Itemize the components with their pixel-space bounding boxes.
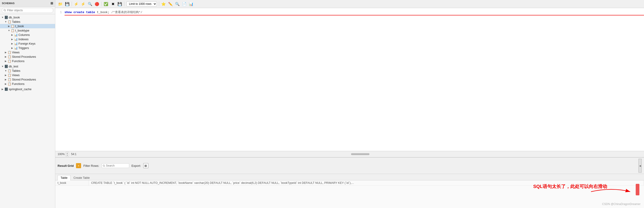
main-wrapper: 📁 💾 ⚡ ⚡ 🔍 🔴 ✅ ✖ 💾 Limit to 1000 rows ⭐ ✏… (55, 0, 644, 208)
save-sql-button[interactable]: 💾 (116, 1, 123, 7)
sidebar-item-label-foreign-keys: Foreign Keys (18, 42, 36, 45)
sidebar-item-t-booktype[interactable]: ▼ 📋 t_booktype (0, 28, 55, 33)
bookmark-button[interactable]: ⭐ (160, 1, 167, 7)
chevron-indexes: ▶ (10, 38, 14, 40)
sidebar-item-indexes[interactable]: ▶ 📊 Indexes (0, 37, 55, 41)
scroll-thumb[interactable] (351, 153, 370, 155)
sidebar-item-views-test[interactable]: ▶ 📋 Views (0, 73, 55, 77)
filter-input-wrapper (0, 7, 55, 14)
open-button[interactable]: 📁 (57, 1, 64, 7)
stored-procs-test-icon: 📋 (7, 78, 12, 81)
sidebar-item-label-t-booktype: t_booktype (15, 29, 29, 32)
separator4 (159, 1, 159, 6)
chevron-db-test: ▼ (1, 65, 4, 68)
line-content-1: show create table t_book; /*查看表的详细结构*/ (64, 10, 644, 15)
sidebar-item-db-test[interactable]: ▼ 🗄️ db_test (0, 64, 55, 69)
filter-input[interactable] (2, 8, 53, 13)
sidebar-item-stored-procs-book[interactable]: ▶ 📋 Stored Procedures (0, 54, 55, 59)
zoom-spin[interactable]: ▲ ▼ (66, 152, 69, 157)
format-button[interactable]: 📄 (181, 1, 188, 7)
keyword-create: create (74, 10, 84, 14)
tables-icon: 📋 (7, 20, 12, 23)
functions-icon: 📋 (7, 59, 12, 63)
sidebar-item-views-book[interactable]: ▶ 📋 Views (0, 50, 55, 54)
db-icon: 🗄️ (4, 16, 8, 19)
cursor-position: 54:1 (71, 153, 76, 156)
zoom-down[interactable]: ▼ (66, 154, 69, 156)
sql-tablename: t_book; (97, 10, 110, 14)
schemas-icon[interactable]: ⊞ (50, 1, 53, 5)
sidebar-item-tables-test[interactable]: ▼ 📋 Tables (0, 69, 55, 73)
export-label: Export: (132, 164, 141, 168)
chevron-springboot-cache: ▶ (1, 88, 4, 90)
sidebar-item-label-views-test: Views (12, 74, 20, 77)
zoom-up[interactable]: ▲ (66, 152, 69, 154)
rollback-button[interactable]: ✖ (110, 1, 116, 7)
chevron-triggers: ▶ (10, 47, 14, 49)
sidebar-item-columns[interactable]: ▶ 📊 Columns (0, 33, 55, 37)
sidebar-item-t-book[interactable]: ▶ 📋 t_book (0, 24, 55, 28)
sidebar: SCHEMAS ⊞ ▼ 🗄️ db_book ▼ 📋 Tables ▶ 📋 t_… (0, 0, 55, 208)
zoom-value: 100% (58, 153, 65, 156)
zoom-control: 100% ▲ ▼ (58, 152, 69, 157)
save-button[interactable]: 💾 (64, 1, 70, 7)
execute-current-button[interactable]: ⚡ (80, 1, 86, 7)
export-icon[interactable]: ⊞ (143, 163, 148, 168)
sidebar-item-label-indexes: Indexes (18, 38, 28, 41)
commit-button[interactable]: ✅ (103, 1, 109, 7)
sidebar-item-springboot-cache[interactable]: ▶ 🗄️ springboot_cache (0, 87, 55, 91)
schemas-label: SCHEMAS (2, 2, 14, 4)
sidebar-item-tables-book[interactable]: ▼ 📋 Tables (0, 19, 55, 24)
sidebar-item-label-db-test: db_test (8, 65, 18, 68)
sidebar-item-db-book[interactable]: ▼ 🗄️ db_book (0, 15, 55, 19)
chevron-stored-procs-book: ▶ (4, 55, 7, 58)
sidebar-item-foreign-keys[interactable]: ▶ 📊 Foreign Keys (0, 41, 55, 46)
keyword-table: table (86, 10, 95, 14)
chevron-views-book: ▶ (4, 51, 7, 54)
search-input[interactable] (102, 163, 129, 168)
execute-button[interactable]: ⚡ (73, 1, 80, 7)
limit-select[interactable]: Limit to 1000 rows (126, 1, 157, 6)
edit-button[interactable]: ✏️ (167, 1, 174, 7)
result-cell-t-book-name: t_book (55, 180, 89, 186)
stop-button[interactable]: 🔴 (94, 1, 100, 7)
triggers-icon: 📊 (14, 46, 18, 50)
find-button[interactable]: 🔍 (174, 1, 180, 7)
sql-underline (64, 15, 644, 15)
columns-icon: 📊 (14, 33, 18, 37)
status-bar: 100% ▲ ▼ 54:1 (55, 151, 644, 157)
table-icon: 📋 (10, 24, 15, 28)
indexes-icon: 📊 (14, 37, 18, 41)
sidebar-item-functions-test[interactable]: ▶ 📋 Functions (0, 82, 55, 86)
separator3 (124, 1, 124, 6)
table2-icon: 📋 (10, 29, 15, 32)
sidebar-item-label-triggers: Triggers (18, 46, 29, 50)
tab-create-table[interactable]: Create Table (70, 175, 93, 180)
separator2 (101, 1, 102, 6)
sidebar-item-label-functions-book: Functions (12, 60, 24, 63)
chevron-tables-test: ▼ (4, 69, 7, 72)
chevron-stored-procs-test: ▶ (4, 78, 7, 81)
panel-toggle[interactable]: ◀ (638, 159, 642, 173)
chevron-t-book: ▶ (7, 25, 10, 27)
chart-button[interactable]: 📊 (188, 1, 194, 7)
foreign-keys-icon: 📊 (14, 42, 18, 45)
result-panel: Result Grid ≡ Filter Rows: Export: ⊞ ◀ T… (55, 157, 644, 208)
sidebar-item-label-functions-test: Functions (12, 82, 24, 86)
sidebar-item-label-tables: Tables (12, 20, 20, 23)
table-row: t_book CREATE TABLE `t_book` ( `id` int … (55, 180, 644, 186)
explain-button[interactable]: 🔍 (87, 1, 93, 7)
sql-editor[interactable]: 1 show create table t_book; /*查看表的详细结构*/ (55, 8, 644, 151)
main-panel: 📁 💾 ⚡ ⚡ 🔍 🔴 ✅ ✖ 💾 Limit to 1000 rows ⭐ ✏… (55, 0, 644, 208)
sidebar-tree: ▼ 🗄️ db_book ▼ 📋 Tables ▶ 📋 t_book ▼ 📋 t… (0, 14, 55, 208)
filter-rows-icon: ≡ (76, 163, 81, 168)
result-table-wrapper[interactable]: t_book CREATE TABLE `t_book` ( `id` int … (55, 180, 644, 208)
tab-table[interactable]: Table (58, 175, 70, 180)
sidebar-item-triggers[interactable]: ▶ 📊 Triggers (0, 46, 55, 50)
sql-line-1: 1 show create table t_book; /*查看表的详细结构*/ (55, 10, 644, 16)
chevron-views-test: ▶ (4, 74, 7, 76)
sidebar-item-stored-procs-test[interactable]: ▶ 📋 Stored Procedures (0, 77, 55, 82)
sidebar-item-label-tables-test: Tables (12, 69, 20, 72)
toolbar: 📁 💾 ⚡ ⚡ 🔍 🔴 ✅ ✖ 💾 Limit to 1000 rows ⭐ ✏… (55, 0, 644, 8)
sidebar-item-functions-book[interactable]: ▶ 📋 Functions (0, 59, 55, 63)
